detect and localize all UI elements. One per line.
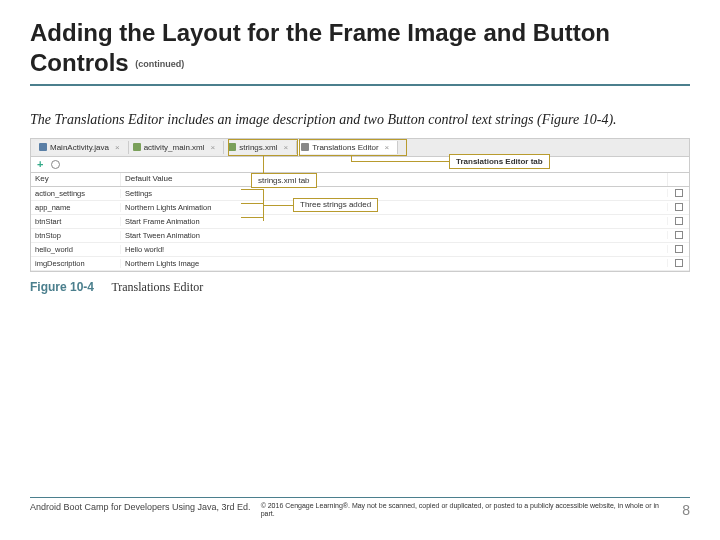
cell-key: btnStop bbox=[31, 231, 121, 240]
tab-label: MainActivity.java bbox=[50, 143, 109, 152]
table-row[interactable]: imgDescription Northern Lights Image bbox=[31, 257, 689, 271]
callout-text: Three strings added bbox=[300, 200, 371, 209]
callout-line bbox=[263, 205, 293, 206]
header-check bbox=[667, 173, 689, 186]
cell-value: Start Frame Animation bbox=[121, 217, 667, 226]
table-row[interactable]: btnStart Start Frame Animation bbox=[31, 215, 689, 229]
close-icon[interactable]: × bbox=[115, 143, 120, 152]
cell-value: Northern Lights Animation bbox=[121, 203, 667, 212]
callout-line bbox=[241, 217, 263, 218]
java-file-icon bbox=[39, 143, 47, 151]
editor-tabs: MainActivity.java × activity_main.xml × … bbox=[31, 139, 689, 157]
figure-caption: Figure 10-4 Translations Editor bbox=[30, 280, 690, 295]
figure-number: Figure 10-4 bbox=[30, 280, 94, 294]
figure-caption-text: Translations Editor bbox=[111, 280, 203, 294]
editor-toolbar: + bbox=[31, 157, 689, 173]
callout-line bbox=[241, 189, 263, 190]
close-icon[interactable]: × bbox=[283, 143, 288, 152]
title-rule bbox=[30, 84, 690, 86]
checkbox-icon[interactable] bbox=[675, 231, 683, 239]
cell-value: Start Tween Animation bbox=[121, 231, 667, 240]
slide-footer: Android Boot Camp for Developers Using J… bbox=[30, 497, 690, 518]
checkbox-icon[interactable] bbox=[675, 245, 683, 253]
title-text: Adding the Layout for the Frame Image an… bbox=[30, 19, 610, 76]
table-row[interactable]: btnStop Start Tween Animation bbox=[31, 229, 689, 243]
callout-three-strings: Three strings added bbox=[293, 198, 378, 213]
tab-activity-main-xml[interactable]: activity_main.xml × bbox=[129, 141, 225, 154]
globe-icon[interactable] bbox=[51, 160, 60, 169]
cell-key: btnStart bbox=[31, 217, 121, 226]
cell-value: Hello world! bbox=[121, 245, 667, 254]
continued-label: (continued) bbox=[135, 59, 184, 69]
slide-title: Adding the Layout for the Frame Image an… bbox=[30, 18, 690, 78]
cell-key: action_settings bbox=[31, 189, 121, 198]
callout-translations-tab: Translations Editor tab bbox=[449, 154, 550, 169]
table-row[interactable]: hello_world Hello world! bbox=[31, 243, 689, 257]
page-number: 8 bbox=[672, 502, 690, 518]
close-icon[interactable]: × bbox=[211, 143, 216, 152]
cell-value: Settings bbox=[121, 189, 667, 198]
close-icon[interactable]: × bbox=[385, 143, 390, 152]
translations-icon bbox=[301, 143, 309, 151]
header-key: Key bbox=[31, 173, 121, 186]
cell-key: app_name bbox=[31, 203, 121, 212]
callout-line bbox=[241, 203, 263, 204]
callout-line bbox=[263, 155, 264, 173]
callout-line bbox=[351, 155, 352, 162]
callout-line bbox=[351, 161, 449, 162]
checkbox-icon[interactable] bbox=[675, 189, 683, 197]
footer-source: Android Boot Camp for Developers Using J… bbox=[30, 502, 251, 512]
tab-label: Translations Editor bbox=[312, 143, 378, 152]
checkbox-icon[interactable] bbox=[675, 217, 683, 225]
cell-key: hello_world bbox=[31, 245, 121, 254]
tab-translations-editor[interactable]: Translations Editor × bbox=[297, 141, 398, 154]
cell-value: Northern Lights Image bbox=[121, 259, 667, 268]
cell-key: imgDescription bbox=[31, 259, 121, 268]
table-header: Key Default Value bbox=[31, 173, 689, 187]
header-default: Default Value bbox=[121, 173, 667, 186]
checkbox-icon[interactable] bbox=[675, 203, 683, 211]
xml-file-icon bbox=[133, 143, 141, 151]
callout-line bbox=[263, 189, 264, 221]
add-key-icon[interactable]: + bbox=[37, 158, 43, 170]
editor-screenshot: MainActivity.java × activity_main.xml × … bbox=[30, 138, 690, 272]
xml-file-icon bbox=[228, 143, 236, 151]
checkbox-icon[interactable] bbox=[675, 259, 683, 267]
tab-strings-xml[interactable]: strings.xml × bbox=[224, 141, 297, 154]
intro-text: The Translations Editor includes an imag… bbox=[30, 110, 690, 130]
tab-label: strings.xml bbox=[239, 143, 277, 152]
callout-strings-tab: strings.xml tab bbox=[251, 173, 317, 188]
tab-mainactivity[interactable]: MainActivity.java × bbox=[35, 141, 129, 154]
tab-label: activity_main.xml bbox=[144, 143, 205, 152]
footer-copyright: © 2016 Cengage Learning®. May not be sca… bbox=[251, 502, 673, 518]
